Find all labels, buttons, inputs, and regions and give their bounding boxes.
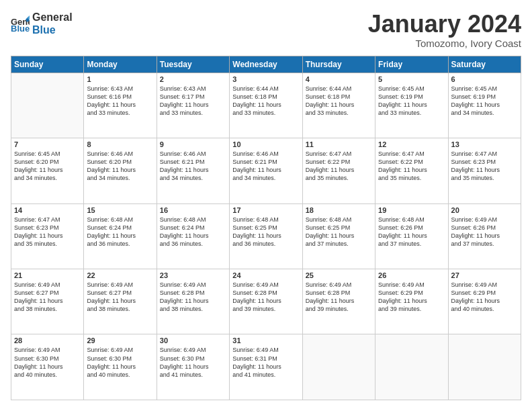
calendar-cell: 23Sunrise: 6:49 AM Sunset: 6:28 PM Dayli…: [157, 269, 229, 334]
calendar-cell: 4Sunrise: 6:44 AM Sunset: 6:18 PM Daylig…: [302, 73, 375, 138]
day-info: Sunrise: 6:47 AM Sunset: 6:22 PM Dayligh…: [306, 150, 372, 183]
day-number: 20: [451, 206, 518, 214]
weekday-saturday: Saturday: [448, 56, 521, 73]
calendar-cell: 29Sunrise: 6:49 AM Sunset: 6:30 PM Dayli…: [84, 334, 157, 400]
calendar-cell: 25Sunrise: 6:49 AM Sunset: 6:28 PM Dayli…: [302, 269, 375, 334]
day-number: 8: [87, 140, 153, 148]
day-info: Sunrise: 6:49 AM Sunset: 6:26 PM Dayligh…: [451, 216, 518, 248]
day-info: Sunrise: 6:49 AM Sunset: 6:28 PM Dayligh…: [160, 281, 226, 314]
logo-line1: General: [32, 11, 73, 24]
week-row-3: 21Sunrise: 6:49 AM Sunset: 6:27 PM Dayli…: [11, 269, 521, 334]
day-info: Sunrise: 6:49 AM Sunset: 6:29 PM Dayligh…: [451, 281, 518, 314]
day-number: 2: [160, 75, 226, 83]
day-number: 17: [232, 206, 299, 214]
day-number: 14: [14, 206, 81, 214]
header: General Blue General Blue January 2024 T…: [11, 11, 521, 49]
day-info: Sunrise: 6:48 AM Sunset: 6:25 PM Dayligh…: [232, 216, 299, 248]
calendar-cell: [375, 334, 448, 400]
weekday-tuesday: Tuesday: [157, 56, 229, 73]
week-row-1: 7Sunrise: 6:45 AM Sunset: 6:20 PM Daylig…: [11, 138, 521, 203]
day-info: Sunrise: 6:46 AM Sunset: 6:20 PM Dayligh…: [87, 150, 153, 183]
calendar-cell: 27Sunrise: 6:49 AM Sunset: 6:29 PM Dayli…: [448, 269, 521, 334]
day-number: 18: [306, 206, 372, 214]
day-info: Sunrise: 6:49 AM Sunset: 6:28 PM Dayligh…: [232, 281, 299, 314]
weekday-header-row: SundayMondayTuesdayWednesdayThursdayFrid…: [11, 56, 521, 73]
day-number: 3: [232, 75, 299, 83]
day-info: Sunrise: 6:46 AM Sunset: 6:21 PM Dayligh…: [232, 150, 299, 183]
weekday-monday: Monday: [84, 56, 157, 73]
day-number: 28: [14, 336, 81, 345]
calendar-cell: 5Sunrise: 6:45 AM Sunset: 6:19 PM Daylig…: [375, 73, 448, 138]
day-number: 9: [160, 140, 226, 148]
calendar-cell: 6Sunrise: 6:45 AM Sunset: 6:19 PM Daylig…: [448, 73, 521, 138]
logo-icon: General Blue: [11, 14, 30, 33]
calendar-cell: 14Sunrise: 6:47 AM Sunset: 6:23 PM Dayli…: [11, 203, 84, 269]
weekday-sunday: Sunday: [11, 56, 84, 73]
day-number: 19: [378, 206, 445, 214]
day-number: 7: [14, 140, 81, 148]
day-number: 29: [87, 336, 153, 345]
day-number: 26: [378, 271, 445, 279]
calendar-cell: 20Sunrise: 6:49 AM Sunset: 6:26 PM Dayli…: [448, 203, 521, 269]
day-info: Sunrise: 6:48 AM Sunset: 6:25 PM Dayligh…: [306, 216, 372, 248]
calendar-cell: 11Sunrise: 6:47 AM Sunset: 6:22 PM Dayli…: [302, 138, 375, 203]
day-number: 22: [87, 271, 153, 279]
day-info: Sunrise: 6:43 AM Sunset: 6:17 PM Dayligh…: [160, 85, 226, 118]
day-number: 12: [378, 140, 445, 148]
day-number: 1: [87, 75, 153, 83]
day-info: Sunrise: 6:47 AM Sunset: 6:22 PM Dayligh…: [378, 150, 445, 183]
calendar-cell: [448, 334, 521, 400]
calendar-cell: 13Sunrise: 6:47 AM Sunset: 6:23 PM Dayli…: [448, 138, 521, 203]
day-number: 4: [306, 75, 372, 83]
day-info: Sunrise: 6:49 AM Sunset: 6:30 PM Dayligh…: [160, 346, 226, 379]
day-info: Sunrise: 6:49 AM Sunset: 6:28 PM Dayligh…: [306, 281, 372, 314]
calendar-cell: 1Sunrise: 6:43 AM Sunset: 6:16 PM Daylig…: [84, 73, 157, 138]
calendar-cell: 15Sunrise: 6:48 AM Sunset: 6:24 PM Dayli…: [84, 203, 157, 269]
day-info: Sunrise: 6:49 AM Sunset: 6:30 PM Dayligh…: [14, 346, 81, 379]
day-number: 21: [14, 271, 81, 279]
title-section: January 2024 Tomozomo, Ivory Coast: [368, 11, 521, 49]
calendar-cell: 24Sunrise: 6:49 AM Sunset: 6:28 PM Dayli…: [230, 269, 302, 334]
weekday-thursday: Thursday: [302, 56, 375, 73]
day-info: Sunrise: 6:49 AM Sunset: 6:27 PM Dayligh…: [14, 281, 81, 314]
day-info: Sunrise: 6:49 AM Sunset: 6:27 PM Dayligh…: [87, 281, 153, 314]
weekday-wednesday: Wednesday: [230, 56, 302, 73]
logo-line2: Blue: [32, 24, 73, 36]
day-info: Sunrise: 6:49 AM Sunset: 6:30 PM Dayligh…: [87, 346, 153, 379]
day-info: Sunrise: 6:43 AM Sunset: 6:16 PM Dayligh…: [87, 85, 153, 118]
day-number: 30: [160, 336, 226, 345]
calendar-title: January 2024: [368, 11, 521, 38]
calendar-cell: 3Sunrise: 6:44 AM Sunset: 6:18 PM Daylig…: [230, 73, 302, 138]
day-info: Sunrise: 6:49 AM Sunset: 6:29 PM Dayligh…: [378, 281, 445, 314]
day-info: Sunrise: 6:45 AM Sunset: 6:19 PM Dayligh…: [451, 85, 518, 118]
calendar-cell: [11, 73, 84, 138]
calendar-cell: 16Sunrise: 6:48 AM Sunset: 6:24 PM Dayli…: [157, 203, 229, 269]
week-row-0: 1Sunrise: 6:43 AM Sunset: 6:16 PM Daylig…: [11, 73, 521, 138]
calendar-cell: 22Sunrise: 6:49 AM Sunset: 6:27 PM Dayli…: [84, 269, 157, 334]
week-row-4: 28Sunrise: 6:49 AM Sunset: 6:30 PM Dayli…: [11, 334, 521, 400]
calendar-cell: [302, 334, 375, 400]
day-number: 13: [451, 140, 518, 148]
day-info: Sunrise: 6:48 AM Sunset: 6:26 PM Dayligh…: [378, 216, 445, 248]
day-info: Sunrise: 6:47 AM Sunset: 6:23 PM Dayligh…: [14, 216, 81, 248]
calendar-cell: 21Sunrise: 6:49 AM Sunset: 6:27 PM Dayli…: [11, 269, 84, 334]
calendar-table: SundayMondayTuesdayWednesdayThursdayFrid…: [11, 56, 521, 400]
day-number: 11: [306, 140, 372, 148]
calendar-cell: 12Sunrise: 6:47 AM Sunset: 6:22 PM Dayli…: [375, 138, 448, 203]
calendar-page: General Blue General Blue January 2024 T…: [0, 0, 532, 411]
calendar-cell: 31Sunrise: 6:49 AM Sunset: 6:31 PM Dayli…: [230, 334, 302, 400]
day-number: 16: [160, 206, 226, 214]
day-number: 27: [451, 271, 518, 279]
svg-text:Blue: Blue: [11, 24, 30, 33]
day-number: 5: [378, 75, 445, 83]
day-number: 31: [232, 336, 299, 345]
calendar-cell: 30Sunrise: 6:49 AM Sunset: 6:30 PM Dayli…: [157, 334, 229, 400]
day-number: 6: [451, 75, 518, 83]
day-info: Sunrise: 6:46 AM Sunset: 6:21 PM Dayligh…: [160, 150, 226, 183]
calendar-cell: 26Sunrise: 6:49 AM Sunset: 6:29 PM Dayli…: [375, 269, 448, 334]
calendar-cell: 10Sunrise: 6:46 AM Sunset: 6:21 PM Dayli…: [230, 138, 302, 203]
day-info: Sunrise: 6:44 AM Sunset: 6:18 PM Dayligh…: [232, 85, 299, 118]
calendar-subtitle: Tomozomo, Ivory Coast: [368, 38, 521, 49]
calendar-cell: 17Sunrise: 6:48 AM Sunset: 6:25 PM Dayli…: [230, 203, 302, 269]
day-number: 15: [87, 206, 153, 214]
